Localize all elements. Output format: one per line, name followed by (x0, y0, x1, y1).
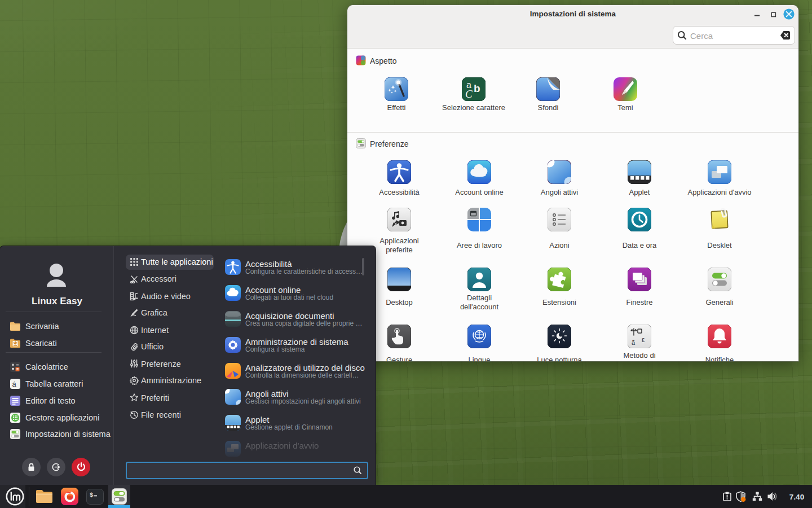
svg-text:$: $ (90, 492, 93, 498)
svg-text:á: á (12, 380, 17, 388)
svg-text:C: C (465, 88, 473, 100)
svg-text:ã: ã (632, 339, 636, 346)
svg-text:ε: ε (642, 336, 645, 344)
svg-text:b: b (474, 82, 480, 94)
